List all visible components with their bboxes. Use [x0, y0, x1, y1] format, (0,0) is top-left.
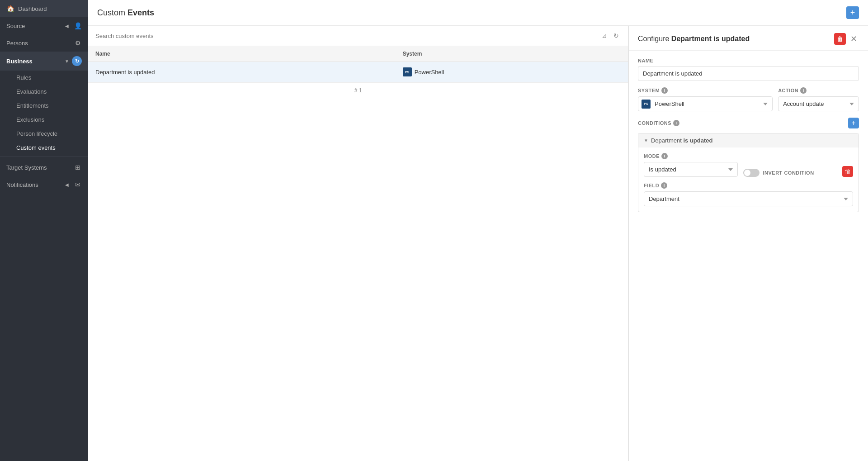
sidebar-item-custom-events[interactable]: Custom events — [0, 141, 88, 155]
sidebar-item-label: Source — [6, 23, 25, 29]
action-select[interactable]: Account update — [778, 96, 859, 111]
condition-card: ▼ Department is updated MODE — [638, 133, 859, 212]
search-bar: ⊿ ↻ — [88, 26, 628, 46]
field-info-icon: i — [661, 182, 667, 189]
sidebar-item-evaluations[interactable]: Evaluations — [0, 85, 88, 99]
panel-close-button[interactable]: ✕ — [849, 34, 859, 44]
search-actions: ⊿ ↻ — [600, 31, 621, 40]
grid-icon: ⊞ — [74, 163, 82, 171]
system-label: SYSTEM i — [638, 87, 773, 94]
invert-toggle[interactable] — [743, 169, 760, 177]
panel-title: Configure Department is updated — [638, 35, 750, 43]
cell-system: PS PowerShell — [396, 62, 628, 82]
mode-select[interactable]: Is updated — [644, 162, 738, 177]
name-label: NAME — [638, 58, 859, 63]
name-input[interactable] — [638, 66, 859, 81]
action-field-group: ACTION i Account update — [778, 87, 859, 111]
page-title: Custom Events — [97, 8, 154, 18]
name-field-group: NAME — [638, 58, 859, 81]
cell-name: Department is updated — [88, 62, 396, 82]
powershell-icon: PS — [642, 100, 651, 109]
condition-title: Department is updated — [651, 137, 713, 144]
sidebar: 🏠 Dashboard Source ◀ 👤 Persons ⚙ Busines… — [0, 0, 88, 461]
system-field-group: SYSTEM i PS PowerShell — [638, 87, 773, 111]
action-label: ACTION i — [778, 87, 859, 94]
mail-icon: ✉ — [74, 181, 82, 189]
page-header: Custom Events + — [88, 0, 868, 26]
invert-label: INVERT CONDITION — [763, 170, 814, 176]
gear-icon: ⚙ — [74, 39, 82, 47]
conditions-section: CONDITIONS i + ▼ Department is updated — [638, 118, 859, 212]
sidebar-item-label: Notifications — [6, 181, 38, 188]
conditions-header: CONDITIONS i + — [638, 118, 859, 128]
field-label: FIELD i — [644, 182, 853, 189]
panel-close-buttons: 🗑 ✕ — [834, 33, 859, 45]
filter-button[interactable]: ⊿ — [600, 31, 609, 40]
table-header-row: Name System — [88, 46, 628, 62]
col-name: Name — [88, 46, 396, 62]
panel-delete-button[interactable]: 🗑 — [834, 33, 846, 45]
custom-events-table: Name System Department is updated PS Pow… — [88, 46, 628, 82]
sidebar-item-label: Target Systems — [6, 164, 47, 171]
sidebar-item-rules[interactable]: Rules — [0, 71, 88, 85]
condition-chevron-icon: ▼ — [644, 138, 648, 143]
sidebar-item-notifications[interactable]: Notifications ◀ ✉ — [0, 176, 88, 193]
add-event-button[interactable]: + — [846, 6, 859, 19]
source-action-icon: 👤 — [74, 22, 82, 30]
field-field-group: FIELD i Department — [644, 182, 853, 206]
invert-condition-group: INVERT CONDITION — [743, 169, 837, 177]
sidebar-item-persons[interactable]: Persons ⚙ — [0, 34, 88, 52]
sidebar-item-dashboard[interactable]: 🏠 Dashboard — [0, 0, 88, 17]
sidebar-divider — [0, 157, 88, 157]
chevron-left-icon: ◀ — [63, 22, 71, 30]
sidebar-item-label: Business — [6, 58, 33, 65]
refresh-button[interactable]: ↻ — [612, 31, 621, 40]
mode-field-group: MODE i Is updated — [644, 153, 738, 177]
table-area: ⊿ ↻ Name System Department is updated PS… — [88, 26, 628, 461]
main-content: Custom Events + ⊿ ↻ Name System — [88, 0, 868, 461]
search-input[interactable] — [95, 33, 596, 39]
field-select[interactable]: Department — [644, 191, 853, 206]
condition-card-header[interactable]: ▼ Department is updated — [638, 133, 859, 147]
conditions-label: CONDITIONS i — [638, 120, 679, 126]
sidebar-item-source[interactable]: Source ◀ 👤 — [0, 17, 88, 34]
panel-header: Configure Department is updated 🗑 ✕ — [629, 26, 868, 51]
system-select[interactable]: PowerShell — [638, 96, 773, 111]
sidebar-item-person-lifecycle[interactable]: Person lifecycle — [0, 127, 88, 141]
ps-icon: PS — [403, 67, 412, 76]
mode-row: MODE i Is updated INVERT CONDITI — [644, 153, 853, 177]
add-condition-button[interactable]: + — [848, 118, 859, 128]
condition-delete-button[interactable]: 🗑 — [842, 166, 853, 177]
sidebar-item-exclusions[interactable]: Exclusions — [0, 113, 88, 127]
panel-body: NAME SYSTEM i PS — [629, 51, 868, 219]
home-icon: 🏠 — [6, 5, 14, 13]
condition-card-body: MODE i Is updated INVERT CONDITI — [638, 147, 859, 212]
sidebar-item-label: Persons — [6, 40, 28, 47]
pagination: # 1 — [88, 82, 628, 98]
sidebar-item-label: Dashboard — [18, 5, 47, 12]
table-row[interactable]: Department is updated PS PowerShell — [88, 62, 628, 82]
chevron-left-icon-2: ◀ — [63, 181, 71, 189]
mode-info-icon: i — [661, 153, 668, 159]
action-info-icon: i — [800, 87, 807, 94]
sidebar-item-target-systems[interactable]: Target Systems ⊞ — [0, 159, 88, 176]
system-info-icon: i — [661, 87, 668, 94]
configure-panel: Configure Department is updated 🗑 ✕ NAME — [628, 26, 868, 461]
business-sync-icon: ↻ — [72, 56, 82, 66]
system-action-row: SYSTEM i PS PowerShell — [638, 87, 859, 111]
conditions-info-icon: i — [673, 120, 679, 126]
sidebar-item-entitlements[interactable]: Entitlements — [0, 99, 88, 113]
mode-label: MODE i — [644, 153, 738, 159]
col-system: System — [396, 46, 628, 62]
chevron-down-icon: ▼ — [65, 59, 69, 64]
sidebar-item-business[interactable]: Business ▼ ↻ — [0, 52, 88, 71]
